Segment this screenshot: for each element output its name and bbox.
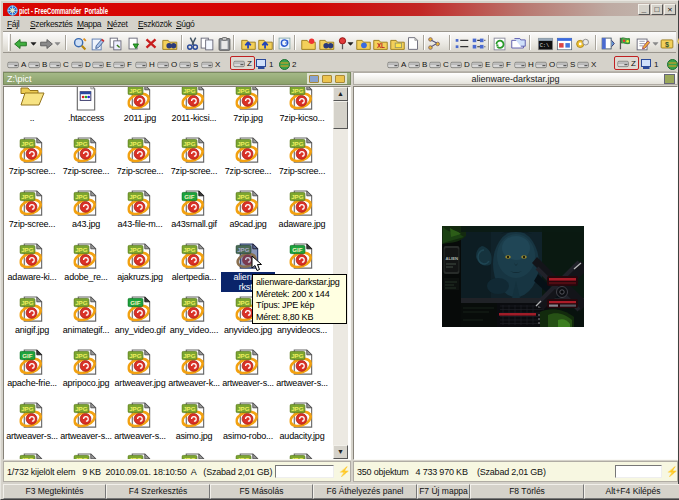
svg-text:C:\: C:\ [540, 43, 550, 49]
svg-text:$: $ [665, 40, 669, 49]
svg-text:XL: XL [377, 42, 385, 49]
